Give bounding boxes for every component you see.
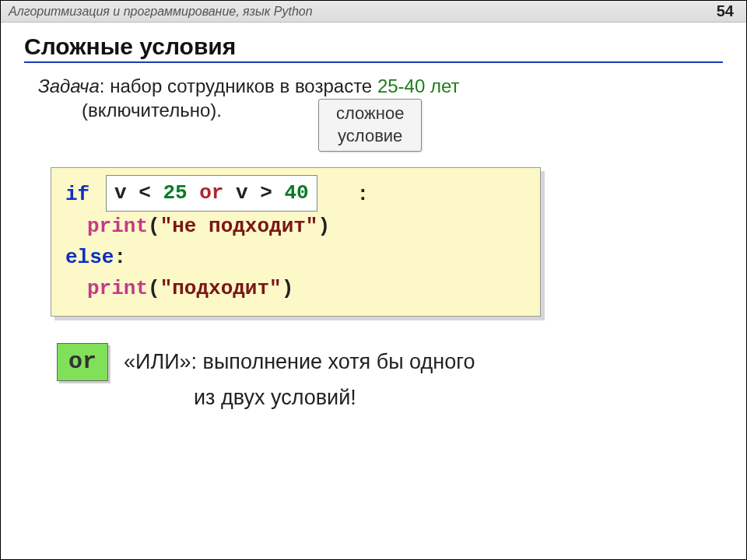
- paren-close-2: ): [282, 277, 294, 300]
- callout-wrap: сложное условие: [38, 122, 723, 167]
- fn-print-2: print: [87, 277, 148, 300]
- str-ne: "не подходит": [160, 215, 318, 238]
- or-text-1: «ИЛИ»: выполнение хотя бы одного: [124, 348, 475, 376]
- body: Задача: набор сотрудников в возрасте 25-…: [1, 66, 746, 411]
- cond-or: or: [188, 181, 236, 205]
- task-line-1: Задача: набор сотрудников в возрасте 25-…: [38, 74, 723, 98]
- page-title: Сложные условия: [24, 33, 723, 63]
- colon-2: :: [114, 246, 126, 269]
- or-row: or «ИЛИ»: выполнение хотя бы одного: [57, 343, 723, 381]
- code-box: v < 25 or v > 40 if : print("не подходит…: [51, 167, 541, 316]
- paren-open-2: (: [148, 277, 160, 300]
- header-bar: Алгоритмизация и программирование, язык …: [1, 1, 746, 23]
- colon-1: :: [356, 183, 369, 206]
- cond-v2: v >: [236, 181, 284, 205]
- str-ok: "подходит": [160, 277, 282, 300]
- cond-v1: v <: [114, 181, 163, 205]
- kw-if: if: [65, 183, 89, 206]
- code-row-3: else:: [65, 242, 526, 273]
- condition-box: v < 25 or v > 40: [106, 175, 317, 211]
- callout-line-1: сложное: [336, 103, 404, 125]
- task-label: Задача: [38, 75, 100, 96]
- code-row-4: print("подходит"): [65, 273, 526, 304]
- paren-open-1: (: [148, 215, 160, 238]
- paren-close-1: ): [317, 215, 330, 238]
- kw-else: else: [65, 246, 114, 269]
- callout-box: сложное условие: [318, 99, 422, 151]
- page-number: 54: [717, 2, 738, 20]
- task-range: 25-40 лет: [377, 75, 460, 96]
- cond-40: 40: [284, 181, 308, 205]
- breadcrumb: Алгоритмизация и программирование, язык …: [9, 5, 313, 19]
- callout-line-2: условие: [336, 125, 404, 148]
- fn-print-1: print: [87, 215, 148, 238]
- code-row-2: print("не подходит"): [65, 211, 526, 242]
- slide: Алгоритмизация и программирование, язык …: [0, 0, 747, 560]
- cond-25: 25: [163, 181, 187, 205]
- or-text-2: из двух условий!: [194, 384, 723, 411]
- title-zone: Сложные условия: [1, 23, 746, 66]
- task-text: : набор сотрудников в возрасте: [100, 75, 377, 96]
- or-badge: or: [57, 343, 108, 381]
